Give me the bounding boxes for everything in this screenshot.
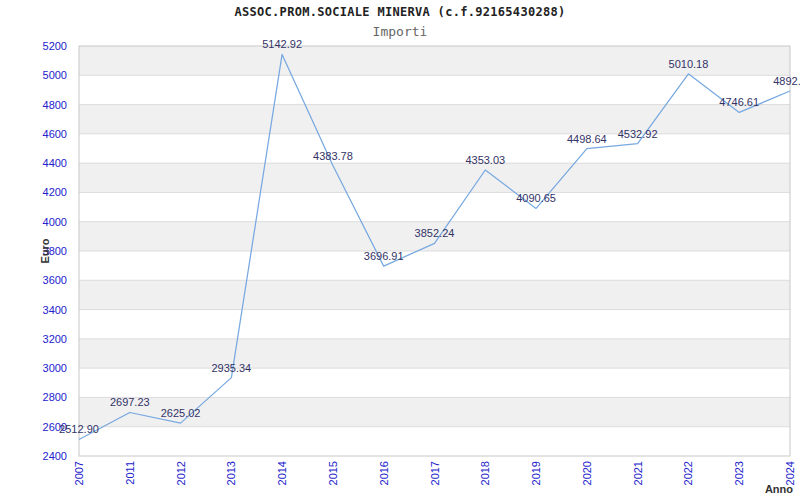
x-tick-label: 2011 <box>124 461 136 485</box>
y-tick-label: 4000 <box>43 216 67 228</box>
point-label: 2697.23 <box>110 396 150 408</box>
y-axis-title: Euro <box>39 238 51 263</box>
y-tick-label: 5200 <box>43 40 67 52</box>
x-tick-labels: 2007201120122013201420152016201720182019… <box>73 461 796 485</box>
y-tick-label: 4200 <box>43 186 67 198</box>
x-tick-label: 2021 <box>632 461 644 485</box>
point-label: 4746.61 <box>719 96 759 108</box>
point-label: 4532.92 <box>618 128 658 140</box>
y-tick-label: 5000 <box>43 69 67 81</box>
point-label: 4090.65 <box>516 192 556 204</box>
y-tick-label: 3200 <box>43 333 67 345</box>
x-tick-label: 2015 <box>327 461 339 485</box>
x-tick-label: 2022 <box>682 461 694 485</box>
chart-window: ASSOC.PROM.SOCIALE MINERVA (c.f.92165430… <box>0 0 800 500</box>
x-tick-label: 2014 <box>276 461 288 485</box>
y-tick-label: 3600 <box>43 274 67 286</box>
point-label: 3696.91 <box>364 250 404 262</box>
point-label: 5142.92 <box>262 38 302 50</box>
x-tick-label: 2019 <box>530 461 542 485</box>
x-tick-label: 2016 <box>378 461 390 485</box>
point-label: 5010.18 <box>669 58 709 70</box>
point-label: 2512.90 <box>59 423 99 435</box>
x-tick-label: 2013 <box>225 461 237 485</box>
x-tick-label: 2017 <box>429 461 441 485</box>
point-label: 3852.24 <box>415 227 455 239</box>
x-tick-label: 2007 <box>73 461 85 485</box>
point-label: 4892.5 <box>773 75 800 87</box>
point-label: 4353.03 <box>465 154 505 166</box>
y-tick-label: 4800 <box>43 99 67 111</box>
line-chart-plot: 5200500048004600440042004000380036003400… <box>0 0 800 500</box>
y-tick-label: 3000 <box>43 362 67 374</box>
x-axis-title: Anno <box>765 483 793 495</box>
point-label: 4498.64 <box>567 133 607 145</box>
x-tick-label: 2012 <box>175 461 187 485</box>
y-tick-label: 4400 <box>43 157 67 169</box>
point-label: 4383.78 <box>313 150 353 162</box>
x-tick-label: 2024 <box>784 461 796 485</box>
x-tick-label: 2020 <box>581 461 593 485</box>
y-tick-label: 2400 <box>43 450 67 462</box>
y-tick-label: 3400 <box>43 304 67 316</box>
y-tick-label: 4600 <box>43 128 67 140</box>
x-tick-label: 2018 <box>479 461 491 485</box>
point-label: 2935.34 <box>211 362 251 374</box>
x-tick-label: 2023 <box>733 461 745 485</box>
y-tick-label: 2800 <box>43 391 67 403</box>
point-label: 2625.02 <box>161 407 201 419</box>
